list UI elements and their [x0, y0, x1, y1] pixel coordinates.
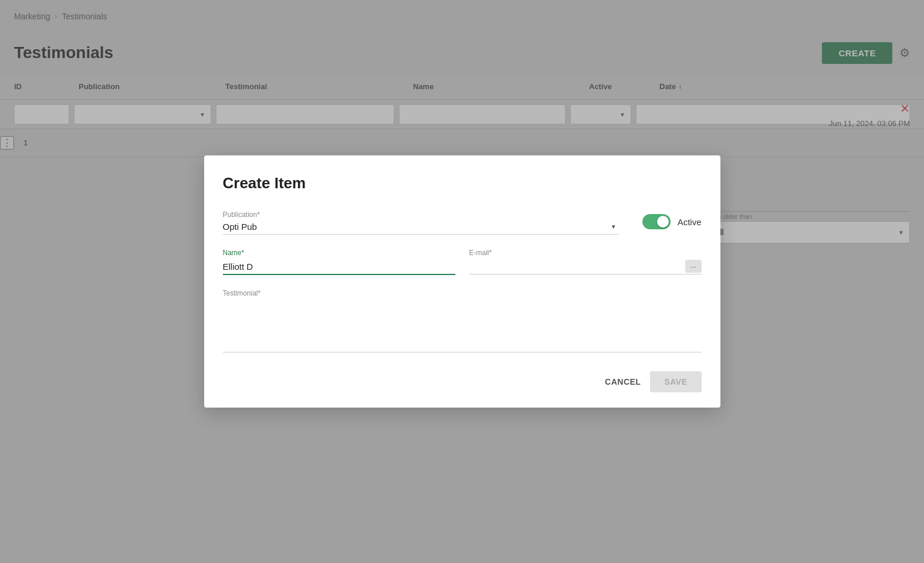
email-label: E-mail*: [469, 249, 702, 257]
email-input[interactable]: [469, 259, 702, 274]
testimonial-textarea[interactable]: [223, 300, 702, 352]
name-input[interactable]: [223, 259, 455, 275]
save-button[interactable]: SAVE: [650, 371, 701, 392]
modal-dialog: Create Item Publication* Opti Pub Active…: [204, 155, 720, 408]
active-toggle-row: Active: [642, 214, 702, 229]
name-label: Name*: [223, 249, 455, 257]
publication-label: Publication*: [223, 211, 260, 219]
dots-icon: ···: [690, 262, 696, 271]
modal-footer: CANCEL SAVE: [223, 371, 702, 392]
testimonial-field-group: Testimonial*: [223, 289, 702, 352]
modal-publication-row: Publication* Opti Pub Active: [223, 209, 702, 235]
testimonial-label: Testimonial*: [223, 289, 702, 297]
cancel-button[interactable]: CANCEL: [605, 377, 641, 386]
email-field-group: E-mail* ···: [469, 249, 702, 275]
modal-name-email-row: Name* E-mail* ···: [223, 249, 702, 275]
publication-field-group: Publication* Opti Pub: [223, 209, 619, 235]
modal-overlay: Create Item Publication* Opti Pub Active…: [0, 0, 924, 563]
active-toggle-label[interactable]: [642, 214, 671, 229]
toggle-slider: [642, 214, 671, 229]
active-label: Active: [678, 217, 702, 227]
name-field-group: Name*: [223, 249, 455, 275]
email-dots-button[interactable]: ···: [685, 260, 702, 273]
publication-select[interactable]: Opti Pub: [223, 219, 619, 235]
modal-title: Create Item: [223, 174, 702, 192]
